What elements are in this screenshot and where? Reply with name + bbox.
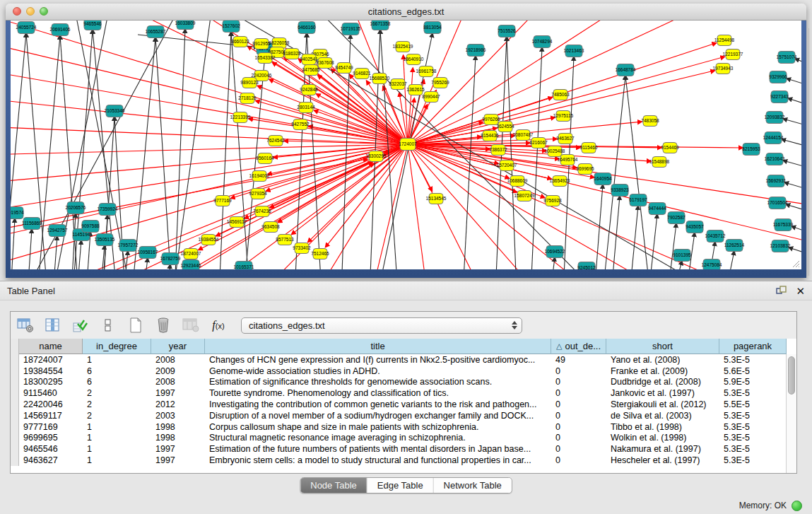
graph-node[interactable]: 9338923	[611, 185, 629, 197]
graph-node[interactable]: 8322037	[389, 79, 407, 90]
graph-node[interactable]: 15720407	[497, 160, 517, 171]
graph-node[interactable]: 9242848	[300, 85, 318, 95]
graph-node[interactable]: 9777169	[213, 196, 232, 206]
graph-node[interactable]: 11254498	[714, 35, 735, 46]
table-settings-button[interactable]	[16, 316, 35, 334]
graph-node[interactable]: 18640910	[404, 54, 424, 65]
graph-node[interactable]: 6179197	[629, 194, 647, 206]
graph-node[interactable]: 8813054	[423, 22, 442, 34]
tab-edge-table[interactable]: Edge Table	[367, 478, 434, 493]
column-visibility-button[interactable]	[99, 316, 117, 334]
graph-node[interactable]: 10435712	[705, 230, 726, 243]
graph-node[interactable]: 9890123	[240, 78, 259, 88]
graph-node[interactable]: 6216067	[529, 138, 548, 148]
graph-node[interactable]: 1724007	[399, 139, 417, 151]
table-row[interactable]: 1872400712008Changes of HCN gene express…	[11, 354, 796, 366]
column-header-pagerank[interactable]: pagerank	[719, 339, 787, 354]
table-row[interactable]: 969969511998Structural magnetic resonanc…	[11, 433, 796, 444]
graph-node[interactable]: 10213463	[564, 45, 584, 57]
graph-node[interactable]: 9146821	[353, 69, 371, 79]
graph-node[interactable]: 19218986	[466, 45, 486, 57]
graph-node[interactable]: 10688609	[507, 176, 528, 187]
table-row[interactable]: 946554611997Estimation of the future num…	[11, 443, 796, 455]
column-header-short[interactable]: short	[606, 339, 719, 354]
graph-node[interactable]: 9329966	[769, 71, 787, 83]
graph-node[interactable]: 16648784	[616, 64, 636, 76]
graph-node[interactable]: 3624554	[496, 122, 514, 132]
graph-node[interactable]: 8427552	[291, 119, 310, 130]
graph-node[interactable]: 7955269	[431, 78, 449, 88]
graph-node[interactable]: 16194002	[249, 171, 270, 182]
show-columns-button[interactable]	[44, 316, 62, 334]
import-table-button[interactable]	[182, 316, 200, 334]
graph-node[interactable]: 9976266	[482, 115, 500, 125]
graph-node[interactable]: 10719135	[341, 23, 361, 35]
delete-column-button[interactable]	[154, 316, 172, 334]
column-header-year[interactable]: year	[151, 339, 205, 354]
graph-node[interactable]: 10165371	[234, 262, 254, 270]
graph-node[interactable]: 15134545	[426, 194, 447, 204]
graph-node[interactable]: 9101395	[673, 250, 691, 262]
graph-node[interactable]: 9756928	[543, 196, 562, 206]
graph-node[interactable]: 8186328	[283, 49, 301, 59]
graph-node[interactable]: 10655287	[146, 26, 166, 38]
graph-node[interactable]: 17957272	[118, 240, 139, 252]
graph-node[interactable]: 16961758	[416, 66, 437, 77]
graph-node[interactable]: 9245012	[577, 262, 596, 270]
graph-node[interactable]: 17359924	[98, 204, 118, 216]
graph-node[interactable]: 13505135	[95, 234, 115, 246]
graph-node[interactable]: 10694522	[545, 246, 565, 258]
graph-node[interactable]: 7515526	[498, 25, 516, 37]
graph-node[interactable]: 17016504	[767, 197, 788, 209]
graph-node[interactable]: 16782759	[160, 253, 181, 265]
graph-node[interactable]: 7624542	[266, 136, 285, 146]
graph-node[interactable]: 6466160	[298, 22, 316, 34]
table-vertical-scrollbar[interactable]	[786, 354, 796, 473]
graph-node[interactable]: 9279354	[249, 189, 267, 199]
graph-node[interactable]: 9474444	[648, 203, 666, 215]
column-header-out-de-[interactable]: △out_de...	[551, 339, 606, 354]
graph-node[interactable]: 7483058	[641, 116, 659, 127]
function-builder-button[interactable]: f(x)	[209, 316, 228, 334]
table-row[interactable]: 911546021997Tourette syndrome. Phenomeno…	[11, 387, 796, 399]
graph-node[interactable]: 9733402	[293, 243, 311, 254]
graph-node[interactable]: 2803144	[297, 103, 315, 113]
graph-node[interactable]: 7386372	[489, 145, 507, 156]
graph-node[interactable]: 21053346	[105, 105, 125, 117]
window-titlebar[interactable]: citations_edges.txt	[6, 4, 806, 21]
table-row[interactable]: 977716911998Corpus callosum shape and si…	[11, 421, 796, 433]
graph-node[interactable]: 11548898	[649, 157, 670, 168]
graph-node[interactable]: 16033809	[175, 21, 196, 30]
select-all-rows-button[interactable]	[71, 316, 90, 334]
graph-node[interactable]: 8215953	[742, 144, 760, 156]
graph-node[interactable]: 9465546	[83, 21, 102, 30]
graph-node[interactable]: 9115460	[580, 143, 598, 153]
graph-node[interactable]: 9097588	[81, 221, 100, 233]
graph-node[interactable]: 11156869	[22, 218, 42, 230]
table-row[interactable]: 946362711997Embryonic stem cells: a mode…	[11, 455, 796, 466]
graph-node[interactable]: 9402541	[300, 54, 318, 65]
graph-node[interactable]: 8154436	[481, 131, 499, 141]
float-panel-icon[interactable]	[776, 286, 787, 296]
graph-node[interactable]: 12975115	[553, 111, 574, 122]
minimize-window-icon[interactable]	[26, 7, 35, 16]
graph-node[interactable]: 7902587	[667, 212, 686, 224]
graph-node[interactable]: 9227343	[770, 91, 789, 103]
resize-grip-icon[interactable]	[792, 259, 800, 268]
tab-node-table[interactable]: Node Table	[300, 478, 367, 493]
graph-node[interactable]: 12093832	[765, 112, 785, 124]
graph-node[interactable]: 15692931	[766, 175, 787, 187]
graph-node[interactable]: 12219377	[723, 49, 743, 60]
graph-node[interactable]: 9699695	[576, 164, 594, 175]
graph-node[interactable]: 10958167	[138, 247, 158, 259]
table-select-dropdown[interactable]: citations_edges.txt	[241, 317, 522, 334]
graph-node[interactable]: 8912955	[252, 39, 271, 49]
graph-node[interactable]: 7674236	[253, 206, 271, 217]
scrollbar-thumb[interactable]	[788, 356, 795, 395]
close-window-icon[interactable]	[13, 7, 21, 16]
graph-node[interactable]: 8454749	[335, 63, 353, 74]
tab-network-table[interactable]: Network Table	[434, 478, 512, 493]
table-row[interactable]: 1938455462009Genome-wide association stu…	[11, 366, 796, 377]
graph-node[interactable]: 16210643	[765, 153, 785, 165]
graph-node[interactable]: 20206576	[66, 202, 86, 214]
